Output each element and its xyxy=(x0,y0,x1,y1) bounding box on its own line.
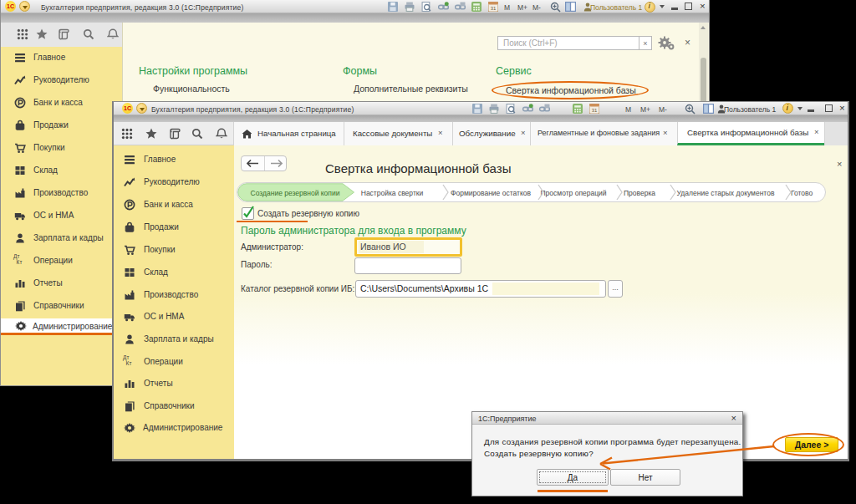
svg-text:31: 31 xyxy=(491,6,497,11)
svg-text:31: 31 xyxy=(592,108,598,113)
